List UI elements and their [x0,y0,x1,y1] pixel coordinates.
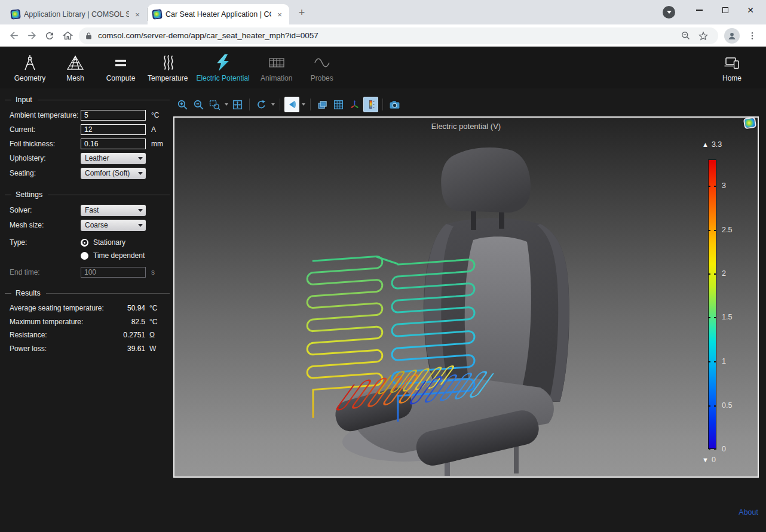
browser-menu-icon[interactable] [743,27,761,45]
window-close-button[interactable]: ✕ [739,2,762,18]
graphics-canvas[interactable]: Electric potential (V) [173,116,759,478]
ribbon-item-temperature[interactable]: Temperature [148,48,188,87]
end-time-label: End time: [10,268,81,276]
tab-title: Application Library | COMSOL Se [24,10,129,19]
ribbon-item-mesh[interactable]: Mesh [57,48,94,87]
zoom-box-button[interactable] [207,97,222,112]
lock-icon [85,32,93,40]
upholstery-select[interactable]: Leather [81,153,146,164]
default-view-button[interactable] [284,97,299,112]
workspace: Input Ambient temperature: °C Current: A… [0,88,766,532]
result-row-maximum-temperature: Maximum temperature: 82.5 °C [10,315,163,329]
rotate-button[interactable] [254,97,269,112]
seating-value: Comfort (Soft) [85,169,130,177]
sidebar: Input Ambient temperature: °C Current: A… [0,88,172,532]
axes-button[interactable] [347,97,362,112]
application-window: Application Library | COMSOL Se × Car Se… [0,0,766,532]
tab-car-seat-heater[interactable]: Car Seat Heater Application | CO × [148,4,289,24]
profile-avatar[interactable] [724,28,740,44]
mesh-size-value: Coarse [85,221,108,229]
ribbon-item-home[interactable]: Home [713,48,750,87]
window-minimize-button[interactable] [687,2,711,18]
ambient-temperature-row: Ambient temperature: °C [10,108,172,122]
devices-icon [722,53,742,72]
snapshot-button[interactable] [387,97,402,112]
ribbon-item-animation[interactable]: Animation [258,48,295,87]
rotate-caret[interactable] [269,97,276,112]
zoom-out-button[interactable] [191,97,206,112]
car-seat-3d-model[interactable] [174,118,758,476]
browser-update-icon[interactable] [663,6,675,19]
mesh-size-select[interactable]: Coarse [81,220,146,231]
compass-icon [20,53,39,72]
reload-button[interactable] [41,27,59,45]
result-row-average-temperature: Average seating temperature: 50.94 °C [10,302,163,315]
ribbon-item-compute[interactable]: Compute [102,48,139,87]
tab-close-icon[interactable]: × [275,10,284,19]
forward-button[interactable] [23,27,41,45]
chevron-down-icon [138,224,143,227]
chevron-down-icon [138,157,143,160]
upholstery-row: Upholstery: Leather [10,151,172,165]
end-time-input [81,267,146,278]
radio-time-dependent[interactable]: Time dependent [81,249,145,262]
type-radio-group: Stationary Time dependent [81,236,145,262]
tab-title: Car Seat Heater Application | CO [166,10,271,19]
browser-navbar: comsol.com/server-demo/app/car_seat_heat… [0,24,766,47]
colorbar-tick: 2 [722,269,726,278]
heat-waves-icon [158,53,177,72]
scene-button[interactable] [315,97,330,112]
input-section-header: Input [5,96,170,104]
radio-stationary[interactable]: Stationary [81,236,145,249]
view-caret[interactable] [300,97,307,112]
radio-time-dependent-control[interactable] [81,252,88,260]
settings-section-header: Settings [5,190,170,199]
foil-thickness-unit: mm [151,140,163,148]
new-tab-button[interactable]: + [294,5,310,20]
equals-icon [111,53,130,72]
tab-application-library[interactable]: Application Library | COMSOL Se × [6,8,148,21]
sine-wave-icon [312,53,332,72]
color-legend-button[interactable] [363,97,378,112]
current-input[interactable] [81,124,146,135]
end-time-unit: s [151,268,155,276]
ambient-temperature-input[interactable] [81,110,146,121]
address-bar[interactable]: comsol.com/server-demo/app/car_seat_heat… [79,27,718,44]
url-text[interactable]: comsol.com/server-demo/app/car_seat_heat… [98,31,676,40]
ribbon-item-geometry[interactable]: Geometry [11,48,48,87]
grid-button[interactable] [331,97,346,112]
solver-value: Fast [85,206,99,214]
foil-thickness-input[interactable] [81,139,146,149]
upholstery-value: Leather [85,154,109,162]
home-button[interactable] [59,27,76,45]
colorbar-tick: 1.5 [722,313,732,321]
zoom-indicator-icon[interactable] [676,27,694,45]
type-row: Type: Stationary Time dependent [10,236,172,262]
current-label: Current: [10,125,81,134]
result-row-power-loss: Power loss: 39.61 W [10,342,163,356]
zoom-extents-button[interactable] [230,97,245,112]
end-time-row: End time: s [10,265,172,279]
ribbon-item-electric-potential[interactable]: Electric Potential [196,48,249,87]
max-triangle-icon: ▲ [702,141,709,148]
seating-select[interactable]: Comfort (Soft) [81,168,146,179]
mesh-size-label: Mesh size: [10,221,81,229]
mesh-size-row: Mesh size: Coarse [10,218,172,232]
app-ribbon: Geometry Mesh Compute Temperature Electr… [0,47,766,88]
zoom-in-button[interactable] [175,97,190,112]
mesh-triangle-icon [66,53,85,72]
about-link[interactable]: About [739,508,758,516]
chevron-down-icon [138,172,143,175]
ribbon-item-probes[interactable]: Probes [304,48,341,87]
comsol-logo-icon [743,117,756,130]
window-maximize-button[interactable] [713,2,737,18]
bookmark-star-icon[interactable] [694,27,712,45]
seating-label: Seating: [10,169,81,177]
back-button[interactable] [5,27,23,45]
zoom-box-caret[interactable] [223,97,229,112]
comsol-favicon-icon [10,9,21,20]
current-unit: A [151,125,156,134]
solver-select[interactable]: Fast [81,205,146,216]
radio-stationary-control[interactable] [81,239,88,247]
tab-close-icon[interactable]: × [133,10,142,19]
